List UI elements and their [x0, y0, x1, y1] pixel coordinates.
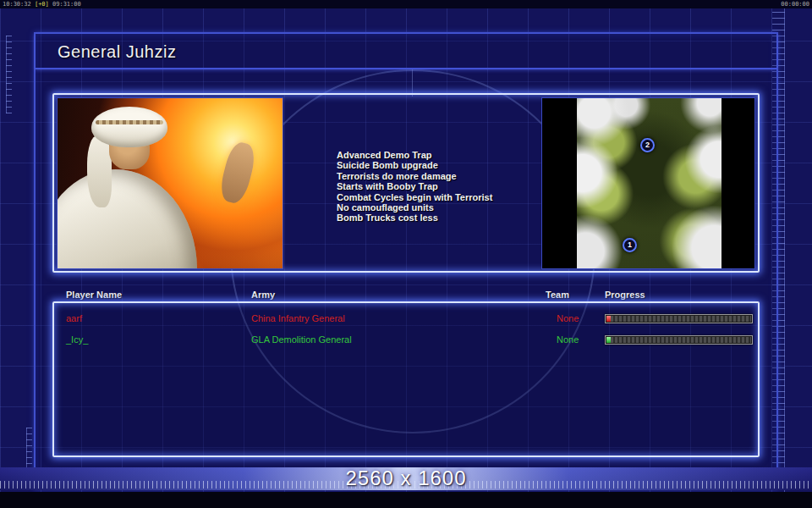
top-status-bar: 10:30:32 [+0] 09:31:00 00:00:00 [0, 0, 812, 8]
player-progress-bar [605, 335, 753, 345]
progress-bar-segments [606, 337, 751, 343]
player-row: aarf China Infantry General None [54, 310, 758, 329]
portrait-headband [96, 120, 163, 124]
player-army: GLA Demolition General [251, 334, 352, 345]
ability-line: No camouflaged units [337, 202, 535, 213]
portrait-raised-arm [217, 140, 258, 206]
ability-line: Bomb Trucks cost less [337, 213, 535, 223]
spawn-marker-1: 1 [623, 238, 637, 252]
column-header-army: Army [251, 290, 275, 300]
ability-line: Combat Cycles begin with Terrorist [337, 192, 535, 202]
left-ruler-bottom [26, 428, 32, 470]
progress-bar-segments [606, 316, 751, 322]
progress-bar-fill [606, 316, 611, 322]
ability-line: Starts with Booby Trap [337, 181, 535, 191]
elapsed-timer: 00:00:00 [781, 0, 809, 8]
title-bar: General Juhziz [36, 34, 776, 69]
player-row: _Icy_ GLA Demolition General None [54, 331, 758, 350]
player-progress-bar [605, 314, 753, 323]
resolution-label: 2560 x 1600 [0, 467, 812, 490]
ability-line: Suicide Bomb upgrade [337, 160, 535, 170]
player-army: China Infantry General [251, 313, 345, 323]
map-preview: 2 1 [541, 97, 755, 269]
ability-line: Terrorists do more damage [337, 171, 535, 181]
left-ruler-top [6, 36, 12, 113]
column-header-player-name: Player Name [66, 290, 122, 300]
column-header-progress: Progress [605, 290, 645, 300]
player-name: aarf [66, 313, 82, 323]
general-portrait [57, 97, 283, 269]
player-name: _Icy_ [66, 334, 88, 345]
spawn-marker-2: 2 [640, 138, 655, 152]
ability-line: Advanced Demo Trap [337, 150, 535, 160]
player-list-panel: aarf China Infantry General None _Icy_ G… [52, 301, 760, 457]
column-header-team: Team [546, 290, 569, 300]
map-terrain-image: 2 1 [577, 98, 721, 268]
progress-bar-fill [606, 337, 611, 343]
bottom-black-strip [0, 492, 812, 508]
general-abilities-list: Advanced Demo Trap Suicide Bomb upgrade … [337, 150, 535, 224]
top-left-times: 10:30:32 [+0] 09:31:00 [3, 0, 81, 8]
player-team: None [557, 313, 579, 323]
general-title: General Juhziz [58, 42, 176, 62]
portrait-robe [57, 169, 197, 269]
session-time: 10:30:32 [3, 1, 31, 8]
secondary-time: 09:31:00 [52, 1, 81, 8]
time-offset-marker: [+0] [35, 1, 49, 8]
loading-screen: 10:30:32 [+0] 09:31:00 00:00:00 General … [0, 0, 812, 508]
portrait-headdress [91, 107, 167, 147]
player-team: None [557, 334, 579, 345]
portrait-headdress-drape [87, 135, 112, 207]
